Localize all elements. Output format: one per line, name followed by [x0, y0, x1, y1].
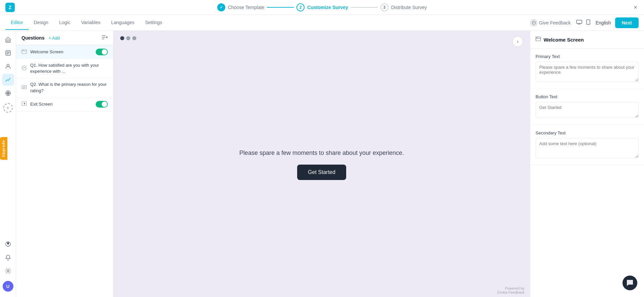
secondary-text-label: Secondary Text: [536, 130, 639, 135]
secondary-text-input[interactable]: [536, 138, 639, 158]
add-question-button[interactable]: + Add: [48, 36, 60, 41]
main-layout: + U Questions + Add Welcome Screen: [0, 31, 644, 297]
svg-point-0: [532, 21, 536, 24]
toolbar-tabs: Editor Design Logic Variables Languages …: [5, 16, 168, 30]
list-item[interactable]: Exit Screen: [16, 98, 113, 111]
svg-point-21: [537, 37, 538, 38]
tab-logic[interactable]: Logic: [54, 16, 76, 30]
preview-content: Please spare a few moments to share abou…: [113, 46, 530, 284]
tab-editor[interactable]: Editor: [5, 16, 29, 30]
language-button[interactable]: English: [596, 20, 611, 25]
primary-text-input[interactable]: [536, 62, 639, 82]
collapse-panel-button[interactable]: [102, 35, 108, 41]
nav-settings[interactable]: [2, 265, 14, 277]
nav-analytics[interactable]: [2, 74, 14, 86]
top-bar: Z ✓ Choose Template 2 Customize Survey 3…: [0, 0, 644, 15]
tab-languages[interactable]: Languages: [106, 16, 140, 30]
powered-by-label: Powered by: [505, 286, 524, 290]
right-panel-welcome-icon: [536, 36, 541, 43]
list-item[interactable]: Q2. What is the primary reason for your …: [16, 78, 113, 97]
questions-header: Questions + Add: [16, 31, 113, 45]
preview-footer: Powered by Zonka Feedback: [113, 284, 530, 297]
step-3[interactable]: 3 Distribute Survey: [380, 3, 427, 11]
svg-point-15: [23, 67, 24, 68]
welcome-screen-toggle[interactable]: [96, 49, 108, 55]
svg-point-9: [8, 245, 8, 246]
questions-panel: Questions + Add Welcome Screen Q1. How s…: [16, 31, 113, 297]
svg-point-16: [25, 67, 26, 68]
left-nav: + U: [0, 31, 16, 297]
give-feedback-button[interactable]: Give Feedback: [531, 19, 571, 26]
q1-icon: [21, 65, 27, 72]
list-item[interactable]: Welcome Screen: [16, 45, 113, 59]
step-1-circle: ✓: [217, 3, 225, 11]
nav-contacts[interactable]: [2, 60, 14, 72]
svg-point-13: [23, 50, 24, 51]
button-text-input[interactable]: [536, 102, 639, 118]
tab-design[interactable]: Design: [29, 16, 54, 30]
step-2-circle: 2: [296, 3, 305, 11]
svg-rect-1: [577, 20, 582, 23]
next-button[interactable]: Next: [615, 17, 639, 28]
feedback-icon: [531, 19, 537, 26]
right-panel-header: Welcome Screen: [530, 31, 644, 49]
desktop-view-button[interactable]: [575, 18, 584, 27]
primary-text-section: Primary Text: [530, 49, 644, 89]
nav-survey[interactable]: [2, 47, 14, 59]
step-3-circle: 3: [380, 3, 388, 11]
primary-text-label: Primary Text: [536, 54, 639, 59]
q1-label: Q1. How satisfied are you with your expe…: [30, 62, 108, 74]
wizard-steps: ✓ Choose Template 2 Customize Survey 3 D…: [217, 3, 427, 11]
toolbar: Editor Design Logic Variables Languages …: [0, 15, 644, 31]
q2-label: Q2. What is the primary reason for your …: [30, 81, 108, 94]
upgrade-tab-container: Upgrade: [0, 137, 7, 160]
list-item[interactable]: Q1. How satisfied are you with your expe…: [16, 59, 113, 78]
exit-screen-icon: [21, 101, 27, 107]
button-text-label: Button Text: [536, 94, 639, 99]
preview-next-arrow[interactable]: ›: [512, 36, 523, 47]
get-started-button[interactable]: Get Started: [297, 165, 346, 180]
step-1-label: Choose Template: [228, 5, 265, 10]
exit-screen-toggle[interactable]: [96, 101, 108, 108]
nav-avatar[interactable]: U: [3, 281, 13, 292]
exit-screen-label: Exit Screen: [30, 101, 92, 107]
svg-point-3: [588, 23, 589, 24]
nav-notifications[interactable]: [2, 251, 14, 263]
brand-name: Zonka Feedback: [497, 290, 524, 294]
svg-point-20: [537, 37, 537, 38]
toolbar-right: Give Feedback English Next: [531, 17, 639, 28]
step-2-label: Customize Survey: [307, 5, 348, 10]
dot-3: [132, 36, 136, 40]
survey-preview: › Please spare a few moments to share ab…: [113, 31, 530, 297]
svg-point-14: [22, 66, 27, 70]
right-panel-title: Welcome Screen: [544, 37, 584, 43]
q2-icon: [21, 84, 27, 91]
dot-1: [120, 36, 124, 40]
dot-2: [126, 36, 130, 40]
close-button[interactable]: ×: [634, 4, 637, 11]
preview-dots: [113, 31, 530, 46]
svg-point-12: [22, 50, 23, 51]
step-1[interactable]: ✓ Choose Template: [217, 3, 265, 11]
step-line-1: [267, 7, 294, 8]
tab-settings[interactable]: Settings: [140, 16, 168, 30]
step-2[interactable]: 2 Customize Survey: [296, 3, 348, 11]
upgrade-tab[interactable]: Upgrade: [0, 137, 7, 160]
canvas-area: › Please spare a few moments to share ab…: [113, 31, 530, 297]
welcome-screen-label: Welcome Screen: [30, 49, 92, 55]
mobile-view-button[interactable]: [585, 18, 592, 27]
app-logo: Z: [5, 3, 15, 12]
preview-main-text: Please spare a few moments to share abou…: [239, 150, 404, 157]
nav-add-button[interactable]: +: [3, 103, 13, 113]
welcome-screen-icon: [21, 49, 27, 55]
svg-point-10: [7, 270, 9, 272]
tab-variables[interactable]: Variables: [76, 16, 106, 30]
button-text-section: Button Text: [530, 89, 644, 125]
nav-help[interactable]: [2, 238, 14, 250]
view-toggle-buttons: [575, 18, 592, 27]
right-panel: Welcome Screen Primary Text Button Text …: [530, 31, 644, 297]
chat-widget-button[interactable]: [623, 276, 637, 290]
secondary-text-section: Secondary Text: [530, 125, 644, 165]
nav-integrations[interactable]: [2, 87, 14, 99]
nav-home[interactable]: [2, 34, 14, 46]
